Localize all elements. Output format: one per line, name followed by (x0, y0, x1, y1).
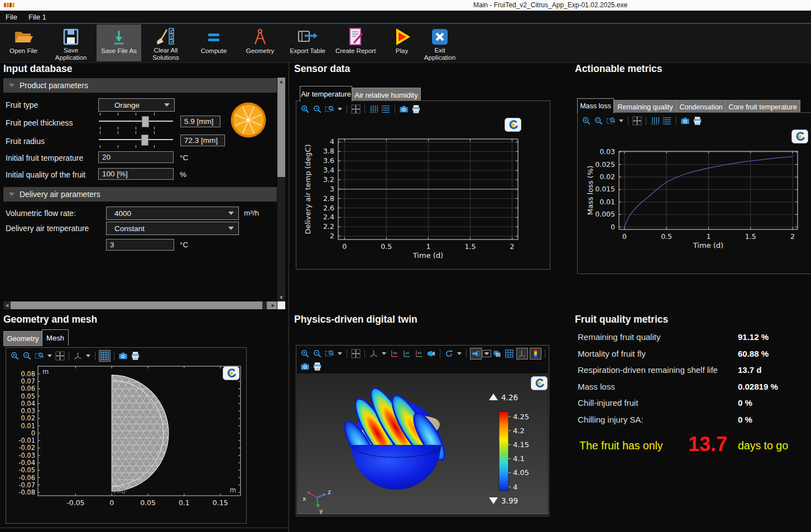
mesh-plot-canvas[interactable]: -0.0500.050.10.150.080.070.060.050.040.0… (6, 363, 245, 524)
zoom-box-icon[interactable] (324, 348, 335, 359)
chevron-down-icon[interactable] (619, 119, 623, 122)
delivery-temp-constant-input[interactable]: 3 (106, 239, 174, 251)
horizontal-scrollbar[interactable]: ◄ ► (3, 301, 277, 309)
save-application-button[interactable]: SaveApplication (49, 25, 93, 61)
triad-icon[interactable] (73, 351, 83, 361)
exit-application-button[interactable]: ExitApplication (418, 25, 462, 61)
product-parameters-header[interactable]: Product parameters (3, 78, 277, 93)
initial-fruit-temperature-input[interactable]: 20 (98, 151, 174, 163)
twin-3d-canvas[interactable]: 4.254.24.154.14.0544.263.99xyz (297, 373, 548, 517)
fruit-radius-value[interactable]: 72.3 [mm] (180, 135, 225, 146)
zoom-in-icon[interactable] (300, 348, 310, 359)
chevron-down-icon[interactable] (457, 352, 462, 355)
zoom-in-icon[interactable] (300, 104, 310, 114)
sensor-chart-canvas[interactable]: 00.511.5222.22.42.62.833.23.43.63.84Time… (296, 116, 549, 270)
triad-icon[interactable] (368, 348, 379, 359)
zoom-out-icon[interactable] (312, 104, 323, 114)
flow-rate-value: 4000 (107, 209, 228, 218)
extents-icon[interactable] (632, 116, 642, 126)
chevron-down-icon[interactable] (338, 352, 342, 355)
tab-air-temperature[interactable]: Air temperature (300, 86, 352, 102)
open-file-button[interactable]: Open File (1, 25, 46, 61)
grid-icon[interactable] (99, 350, 111, 362)
scroll-left-icon[interactable]: ◄ (3, 301, 11, 309)
printer-icon[interactable] (312, 361, 323, 372)
export-table-button[interactable]: Export Table (285, 25, 330, 61)
scroll-down-icon[interactable]: ▼ (277, 294, 285, 301)
chevron-down-icon[interactable] (484, 352, 489, 355)
extents-icon[interactable] (351, 348, 361, 359)
zoom-out-icon[interactable] (593, 116, 604, 126)
fruit-type-dropdown[interactable]: Orange (98, 98, 175, 112)
splitter[interactable] (289, 63, 289, 532)
chevron-down-icon[interactable] (86, 354, 90, 357)
create-report-button[interactable]: Create Report (333, 25, 378, 61)
scroll-up-icon[interactable]: ▲ (277, 78, 285, 85)
zoom-box-icon[interactable] (606, 116, 616, 126)
axis-grid-x-icon[interactable] (662, 116, 673, 126)
legend-icon[interactable] (530, 348, 541, 360)
splitter[interactable] (0, 528, 289, 528)
grid-icon[interactable] (504, 348, 515, 359)
chevron-down-icon[interactable] (382, 352, 386, 355)
axis-grid-x-icon[interactable] (381, 104, 391, 114)
printer-icon[interactable] (411, 104, 421, 114)
zoom-out-icon[interactable] (312, 348, 323, 359)
delivery-air-parameters-header[interactable]: Delivery air parameters (3, 187, 277, 202)
camera-icon[interactable] (680, 116, 690, 126)
svg-text:-0.03: -0.03 (18, 452, 35, 459)
transparency-icon[interactable] (492, 348, 502, 359)
chevron-down-icon[interactable] (47, 354, 52, 357)
camera-icon[interactable] (300, 361, 310, 372)
fruit-peel-thickness-slider[interactable] (99, 112, 173, 131)
volumetric-flow-rate-dropdown[interactable]: 4000 (106, 207, 239, 220)
tab-geometry[interactable]: Geometry (3, 331, 42, 346)
view-yz-icon[interactable]: yz (401, 348, 412, 359)
menu-item-file-1[interactable]: File 1 (23, 13, 52, 21)
massloss-chart-canvas[interactable]: 00.511.5200.0050.010.0150.020.0250.03Tim… (578, 128, 810, 275)
scrollbar-slot[interactable] (262, 301, 267, 309)
printer-icon[interactable] (130, 351, 141, 361)
slider-thumb[interactable] (141, 135, 148, 146)
zoom-in-icon[interactable] (9, 351, 20, 361)
svg-text:yz: yz (405, 350, 409, 354)
vertical-scrollbar[interactable]: ▲ ▼ (277, 78, 285, 301)
scrollbar-thumb[interactable] (277, 78, 285, 177)
clear-all-solutions-button[interactable]: Clear AllSolutions (143, 25, 188, 61)
axis-grid-y-icon[interactable] (650, 116, 660, 126)
zoom-box-icon[interactable] (34, 351, 45, 361)
zoom-out-icon[interactable] (22, 351, 32, 361)
light-icon[interactable] (470, 348, 482, 360)
zoom-box-icon[interactable] (324, 104, 335, 114)
chevron-down-icon[interactable] (338, 108, 342, 111)
axis-grid-y-icon[interactable] (368, 104, 379, 114)
perspective-icon[interactable] (426, 348, 436, 359)
menu-item-file[interactable]: File (0, 13, 23, 21)
save-file-as-button[interactable]: Save File As (97, 25, 141, 61)
extents-icon[interactable] (351, 104, 361, 114)
slider-track[interactable] (99, 121, 173, 122)
zoom-in-icon[interactable] (581, 116, 592, 126)
compute-button[interactable]: Compute (191, 25, 236, 61)
y-axis-label: Mass loss (%) (586, 166, 594, 215)
initial-quality-input[interactable]: 100 [%] (98, 168, 174, 180)
axes-icon[interactable] (516, 348, 528, 360)
view-xy-icon[interactable]: xy (389, 348, 400, 359)
delivery-air-temperature-dropdown[interactable]: Constant (106, 222, 239, 235)
slider-track[interactable] (99, 139, 173, 140)
app-logo-icon (4, 3, 15, 7)
fruit-radius-slider[interactable] (99, 130, 173, 149)
scroll-right-icon[interactable]: ► (270, 301, 277, 309)
geometry-button[interactable]: Geometry (238, 25, 282, 61)
view-xz-icon[interactable]: xz (414, 348, 424, 359)
camera-icon[interactable] (118, 351, 128, 361)
camera-icon[interactable] (399, 104, 409, 114)
fruit-peel-thickness-value[interactable]: 5.9 [mm] (180, 116, 220, 127)
svg-text:2: 2 (330, 232, 334, 240)
slider-thumb[interactable] (142, 116, 149, 127)
tab-mass-loss[interactable]: Mass loss (577, 98, 614, 113)
printer-icon[interactable] (692, 116, 703, 126)
tab-mesh[interactable]: Mesh (42, 329, 69, 346)
extents-icon[interactable] (55, 351, 65, 361)
rotate-icon[interactable] (444, 348, 454, 359)
